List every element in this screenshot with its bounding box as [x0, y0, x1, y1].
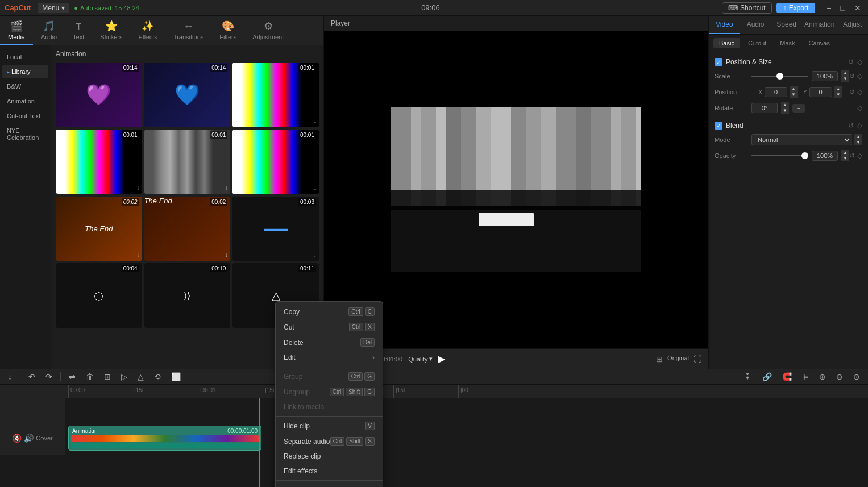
aspect-ratio-icon[interactable]: ⊞ — [656, 355, 663, 364]
position-size-checkbox[interactable]: ✓ — [715, 58, 722, 66]
opacity-value-input[interactable] — [812, 151, 838, 161]
fit-btn[interactable]: ⊙ — [850, 371, 863, 382]
pos-y-down[interactable]: ▼ — [834, 92, 842, 98]
rotate-stepper[interactable]: ▲ ▼ — [781, 102, 789, 114]
grid-item[interactable]: 00:04 ◌ — [56, 263, 142, 328]
tab-adjust[interactable]: Adjust — [837, 16, 868, 34]
keyframe-position-icon2[interactable]: ◇ — [857, 88, 862, 96]
tab-adjustment[interactable]: ⚙ Adjustment — [244, 16, 292, 45]
context-separate-audio[interactable]: Separate audio Ctrl Shift S — [276, 434, 383, 449]
context-replace-clip[interactable]: Replace clip — [276, 449, 383, 464]
grid-item[interactable]: 00:01 ↓ — [232, 130, 319, 194]
snap-btn[interactable]: ⟲ — [151, 371, 164, 382]
opacity-slider[interactable] — [751, 155, 808, 156]
tab-speed[interactable]: Speed — [771, 16, 802, 34]
context-cut[interactable]: Cut Ctrl X — [276, 319, 383, 335]
subtab-cutout[interactable]: Cutout — [742, 38, 772, 48]
minimize-button[interactable]: − — [824, 3, 833, 13]
grid-item[interactable]: 00:01 ↓ — [56, 130, 142, 194]
keyframe-position-icon[interactable]: ◇ — [857, 58, 862, 66]
opacity-up-btn[interactable]: ▲ — [841, 150, 849, 156]
video-clip[interactable]: Animatiun 00:00:01:00 — [68, 426, 261, 451]
align-btn[interactable]: ⊫ — [799, 371, 812, 382]
subtab-basic[interactable]: Basic — [713, 38, 740, 48]
context-edit[interactable]: Edit › — [276, 350, 383, 365]
reset-position-icon2[interactable]: ↺ — [849, 88, 855, 96]
play-button[interactable]: ▶ — [438, 353, 445, 364]
zoom-in-btn[interactable]: ⊕ — [816, 371, 829, 382]
zoom-out-btn[interactable]: ⊖ — [833, 371, 846, 382]
tab-transitions[interactable]: ↔ Transitions — [165, 17, 211, 45]
blend-checkbox[interactable]: ✓ — [715, 122, 722, 130]
sidebar-item-cutout-text[interactable]: Cut-out Text — [2, 109, 48, 123]
subtab-canvas[interactable]: Canvas — [803, 38, 836, 48]
opacity-down-btn[interactable]: ▼ — [841, 156, 849, 161]
track-mute-icon[interactable]: 🔇 — [12, 434, 22, 443]
pos-x-up[interactable]: ▲ — [790, 86, 798, 92]
reset-scale-icon[interactable]: ↺ — [849, 72, 855, 80]
rotate-value-input[interactable] — [751, 103, 778, 113]
download-icon[interactable]: ↓ — [225, 251, 228, 259]
keyframe-blend-icon[interactable]: ◇ — [857, 122, 862, 130]
context-edit-effects[interactable]: Edit effects — [276, 464, 383, 478]
position-x-input[interactable] — [765, 87, 787, 97]
grid-item[interactable]: 00:10 ⟩⟩ — [144, 263, 231, 328]
pos-y-up[interactable]: ▲ — [834, 86, 842, 92]
subtab-mask[interactable]: Mask — [774, 38, 800, 48]
tab-video[interactable]: Video — [709, 16, 740, 34]
grid-item[interactable]: 00:02 The End ↓ — [144, 197, 231, 261]
position-x-stepper[interactable]: ▲ ▼ — [790, 86, 798, 98]
rotate-down-btn[interactable]: ▼ — [781, 108, 789, 114]
reset-blend-icon[interactable]: ↺ — [848, 122, 854, 130]
select-tool-btn[interactable]: ↕ — [5, 371, 15, 382]
tab-media[interactable]: 🎬 Media — [0, 16, 33, 45]
download-icon[interactable]: ↓ — [313, 184, 317, 192]
rotate-up-btn[interactable]: ▲ — [781, 102, 789, 108]
delete-btn[interactable]: 🗑 — [82, 371, 97, 382]
opacity-stepper[interactable]: ▲ ▼ — [841, 150, 849, 161]
close-button[interactable]: ✕ — [852, 3, 863, 13]
download-icon[interactable]: ↓ — [136, 251, 140, 259]
download-icon[interactable]: ↓ — [225, 184, 228, 192]
sidebar-item-local[interactable]: Local — [2, 50, 48, 64]
tab-audio[interactable]: Audio — [740, 16, 771, 34]
blend-mode-select[interactable]: Normal Multiply Screen Overlay — [751, 134, 852, 145]
position-y-input[interactable] — [809, 87, 832, 97]
grid-item[interactable]: 00:01 ↓ — [144, 130, 231, 194]
pos-x-down[interactable]: ▼ — [790, 92, 798, 98]
compound-btn[interactable]: ⊞ — [101, 371, 114, 382]
tab-effects[interactable]: ✨ Effects — [130, 16, 165, 45]
quality-button[interactable]: Quality ▾ — [408, 355, 432, 363]
blend-mode-up[interactable]: ▲ — [854, 134, 862, 140]
grid-item[interactable]: 00:01 ↓ — [232, 63, 319, 127]
track-audio-icon[interactable]: 🔊 — [24, 434, 34, 443]
scale-down-btn[interactable]: ▼ — [841, 76, 849, 82]
grid-item[interactable]: 00:03 ▬▬▬ ↓ — [232, 197, 319, 261]
magnet-btn[interactable]: 🧲 — [779, 371, 795, 382]
download-icon[interactable]: ↓ — [136, 184, 140, 192]
blend-mode-stepper[interactable]: ▲ ▼ — [854, 134, 862, 145]
play-range-btn[interactable]: ▷ — [118, 371, 131, 382]
keyframe-rotate-icon[interactable]: ◇ — [857, 104, 862, 112]
tab-animation[interactable]: Animation — [802, 16, 837, 34]
menu-button[interactable]: Menu ▾ — [38, 3, 69, 13]
export-button[interactable]: ↑ Export — [776, 3, 816, 13]
position-y-stepper[interactable]: ▲ ▼ — [834, 86, 842, 98]
keyframe-btn[interactable]: △ — [134, 371, 147, 382]
tab-text[interactable]: T Text — [65, 19, 92, 45]
grid-item[interactable]: 00:02 The End ↓ — [56, 197, 142, 261]
mic-btn[interactable]: 🎙 — [741, 371, 755, 382]
original-label[interactable]: Original — [667, 355, 689, 364]
tab-filters[interactable]: 🎨 Filters — [211, 16, 244, 45]
tab-audio[interactable]: 🎵 Audio — [33, 16, 65, 45]
reset-position-icon[interactable]: ↺ — [848, 58, 854, 66]
split-btn[interactable]: ⇌ — [65, 371, 79, 382]
context-delete[interactable]: Delete Del — [276, 335, 383, 350]
sidebar-item-library[interactable]: ▸Library — [2, 65, 48, 78]
keyframe-opacity-icon[interactable]: ◇ — [857, 152, 862, 160]
link-btn[interactable]: 🔗 — [759, 371, 775, 382]
scale-value-input[interactable] — [812, 71, 838, 81]
shortcut-button[interactable]: ⌨ Shortcut — [722, 2, 772, 14]
keyframe-scale-icon[interactable]: ◇ — [857, 72, 862, 80]
sidebar-item-animation[interactable]: Animation — [2, 94, 48, 108]
